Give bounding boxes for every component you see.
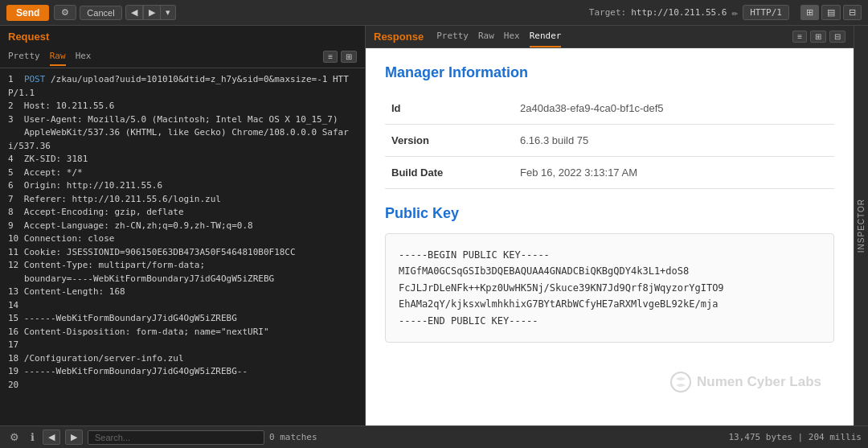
response-tabs: Pretty Raw Hex Render ≡ ⊞ ⊟ [436, 26, 845, 47]
request-title: Request [0, 26, 365, 46]
request-line-1: 1 POST /zkau/upload?uuid=101010&dtid=z_h… [8, 73, 357, 100]
resp-icon-menu[interactable]: ⊟ [829, 31, 845, 43]
request-line-13: 13 Content-Length: 168 [8, 286, 357, 299]
view-buttons: ⊞ ▤ ⊟ [800, 5, 862, 20]
watermark: Numen Cyber Labs [669, 371, 821, 393]
tab-icon-grid[interactable]: ≡ [323, 51, 338, 63]
field-id-value: 2a40da38-efa9-4ca0-bf1c-def5 [514, 92, 834, 125]
tab-raw[interactable]: Raw [50, 47, 66, 66]
request-line-12: 12 Content-Type: multipart/form-data; [8, 259, 357, 273]
cancel-button[interactable]: Cancel [80, 6, 121, 20]
manager-info-table: Id 2a40da38-efa9-4ca0-bf1c-def5 Version … [385, 92, 834, 189]
bottom-nav-back[interactable]: ◀ [43, 430, 60, 445]
nav-back-button[interactable]: ◀ [125, 5, 143, 20]
request-line-10: 10 Connection: close [8, 232, 357, 246]
watermark-text: Numen Cyber Labs [697, 374, 821, 390]
request-line-16: 16 Content-Disposition: form-data; name=… [8, 326, 357, 339]
request-line-17: 17 [8, 339, 357, 352]
public-key-line-5: -----END PUBLIC KEY----- [399, 313, 821, 329]
public-key-section: Public Key -----BEGIN PUBLIC KEY----- MI… [366, 197, 854, 359]
info-icon-button[interactable]: ℹ [27, 430, 38, 445]
tab-icon-wrap[interactable]: ⊞ [341, 51, 357, 63]
bottom-toolbar: ⚙ ℹ ◀ ▶ 0 matches 13,475 bytes | 204 mil… [0, 425, 868, 448]
status-text: 13,475 bytes | 204 millis [728, 432, 862, 442]
search-input[interactable] [88, 430, 264, 445]
request-line-4: 4 ZK-SID: 3181 [8, 153, 357, 166]
request-tab-bar: Pretty Raw Hex ≡ ⊞ [0, 46, 365, 68]
render-content: Manager Information Id 2a40da38-efa9-4ca… [366, 48, 854, 425]
request-line-7: 7 Referer: http://10.211.55.6/login.zul [8, 193, 357, 207]
matches-text: 0 matches [269, 432, 317, 442]
tab-hex[interactable]: Hex [76, 47, 92, 66]
tab-pretty[interactable]: Pretty [8, 47, 40, 66]
http-version-badge: HTTP/1 [743, 5, 789, 20]
status-bar: 13,475 bytes | 204 millis [728, 432, 862, 442]
inspector-label: INSPECTOR [857, 199, 866, 253]
top-toolbar: Send ⚙ Cancel ◀ ▶ ▾ Target: http://10.21… [0, 0, 868, 26]
resp-icon-list[interactable]: ≡ [792, 31, 807, 43]
field-version-value: 6.16.3 build 75 [514, 125, 834, 157]
table-row: Version 6.16.3 build 75 [385, 125, 834, 157]
public-key-box: -----BEGIN PUBLIC KEY----- MIGfMA0GCSqGS… [385, 233, 834, 343]
target-label: Target: [589, 7, 626, 18]
send-button[interactable]: Send [6, 5, 49, 21]
request-line-19: 19 ------WebKitFormBoundaryJ7idG4OgW5iZR… [8, 365, 357, 379]
svg-point-0 [671, 372, 690, 392]
request-panel: Request Pretty Raw Hex ≡ ⊞ 1 POST /zkau/… [0, 26, 366, 425]
settings-icon-button[interactable]: ⚙ [6, 430, 23, 445]
request-line-15: 15 ------WebKitFormBoundaryJ7idG4OgW5iZR… [8, 312, 357, 326]
table-row: Build Date Feb 16, 2022 3:13:17 AM [385, 157, 834, 189]
request-line-12b: boundary=----WebKitFormBoundaryJ7idG4OgW… [8, 273, 357, 286]
resp-tab-raw[interactable]: Raw [478, 26, 494, 47]
resp-tab-hex[interactable]: Hex [504, 26, 520, 47]
request-line-6: 6 Origin: http://10.211.55.6 [8, 179, 357, 193]
resp-tab-render[interactable]: Render [530, 26, 562, 47]
field-build-date-value: Feb 16, 2022 3:13:17 AM [514, 157, 834, 189]
response-tab-icons: ≡ ⊞ ⊟ [792, 31, 845, 43]
request-line-5: 5 Accept: */* [8, 166, 357, 180]
target-info: Target: http://10.211.55.6 ✏ HTTP/1 ⊞ ▤ … [589, 5, 862, 20]
table-row: Id 2a40da38-efa9-4ca0-bf1c-def5 [385, 92, 834, 125]
request-line-14: 14 [8, 299, 357, 313]
manager-info-section: Manager Information Id 2a40da38-efa9-4ca… [366, 48, 854, 197]
field-version-label: Version [385, 125, 514, 157]
manager-info-title: Manager Information [385, 64, 834, 81]
request-line-18: 18 /Configuration/server-info.zul [8, 352, 357, 366]
right-sidebar: INSPECTOR [854, 26, 868, 425]
bottom-nav-fwd[interactable]: ▶ [65, 430, 83, 445]
nav-down-button[interactable]: ▾ [161, 5, 176, 20]
view-split-button[interactable]: ⊟ [843, 5, 862, 20]
response-panel: Response Pretty Raw Hex Render ≡ ⊞ ⊟ Man… [366, 26, 854, 425]
view-list-button[interactable]: ▤ [821, 5, 841, 20]
view-grid-button[interactable]: ⊞ [800, 5, 819, 20]
request-tab-icons: ≡ ⊞ [323, 51, 357, 63]
target-url: http://10.211.55.6 [631, 7, 727, 18]
request-line-2: 2 Host: 10.211.55.6 [8, 100, 357, 113]
request-line-11: 11 Cookie: JSESSIONID=906150E63DB473A50F… [8, 246, 357, 260]
nav-buttons: ◀ ▶ ▾ [125, 5, 176, 20]
public-key-line-1: -----BEGIN PUBLIC KEY----- [399, 247, 821, 263]
resp-icon-grid[interactable]: ⊞ [810, 31, 826, 43]
response-title: Response [374, 26, 424, 47]
request-line-8: 8 Accept-Encoding: gzip, deflate [8, 206, 357, 220]
main-content: Request Pretty Raw Hex ≡ ⊞ 1 POST /zkau/… [0, 26, 868, 425]
field-id-label: Id [385, 92, 514, 125]
edit-icon[interactable]: ✏ [731, 6, 738, 18]
field-build-date-label: Build Date [385, 157, 514, 189]
response-header: Response Pretty Raw Hex Render ≡ ⊞ ⊟ [366, 26, 854, 48]
gear-button[interactable]: ⚙ [54, 5, 76, 20]
nav-fwd-button[interactable]: ▶ [143, 5, 161, 20]
public-key-line-3: FcJLJrDLeNFk++Kpz0UwHK5Nj/Skuce39KN7Jd9Q… [399, 280, 821, 296]
public-key-line-4: EhAMa2qY/kjksxwlmhkhixG7BYtARbWCfyHE7aRX… [399, 296, 821, 312]
request-line-20: 20 [8, 379, 357, 393]
request-line-9: 9 Accept-Language: zh-CN,zh;q=0.9,zh-TW;… [8, 220, 357, 233]
public-key-line-2: MIGfMA0GCSqGSIb3DQEBAQUAA4GNADCBiQKBgQDY… [399, 263, 821, 279]
watermark-logo-icon [669, 371, 692, 393]
request-body: 1 POST /zkau/upload?uuid=101010&dtid=z_h… [0, 68, 365, 425]
request-line-3: 3 User-Agent: Mozilla/5.0 (Macintosh; In… [8, 113, 357, 127]
public-key-title: Public Key [385, 205, 834, 222]
request-line-3b: AppleWebKit/537.36 (KHTML, like Gecko) C… [8, 126, 357, 153]
resp-tab-pretty[interactable]: Pretty [436, 26, 469, 47]
